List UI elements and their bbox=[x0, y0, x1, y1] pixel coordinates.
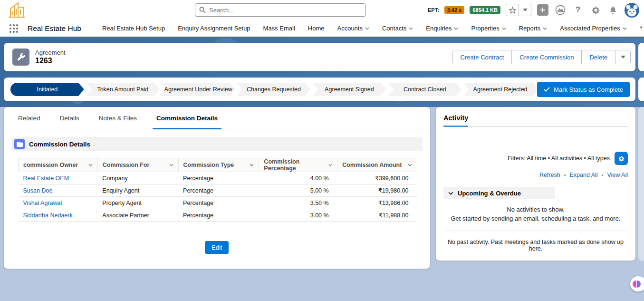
create-commission-button[interactable]: Create Commission bbox=[511, 50, 581, 64]
record-header-card: Agreement 1263 Create Contract Create Co… bbox=[4, 43, 635, 71]
cutoff-card-edge bbox=[638, 78, 644, 101]
path-stage-contract-closed[interactable]: Contract Closed bbox=[388, 83, 461, 96]
view-all-link[interactable]: View All bbox=[607, 172, 628, 178]
tab-notes-files[interactable]: Notes & Files bbox=[99, 107, 137, 129]
caret-down-icon bbox=[621, 56, 625, 58]
mark-status-complete-button[interactable]: Mark Status as Complete bbox=[537, 82, 630, 97]
path-stage-token-amount-paid[interactable]: Token Amount Paid bbox=[86, 83, 160, 96]
record-actions-group: Create Contract Create Commission Delete bbox=[452, 50, 631, 64]
commission-percentage-cell: 4.00 % bbox=[259, 172, 337, 184]
path-stage-agreement-signed[interactable]: Agreement Signed bbox=[312, 83, 386, 96]
nav-tab-associated-properties[interactable]: Associated Properties bbox=[560, 25, 626, 32]
table-row: Vishal Agrawal Property Agent Percentage… bbox=[19, 197, 417, 209]
commission-amount-cell: ₹399,600.00 bbox=[337, 172, 417, 184]
edit-button[interactable]: Edit bbox=[205, 241, 229, 254]
chevron-down-icon bbox=[523, 9, 528, 11]
nav-tab-more[interactable]: * More bbox=[640, 25, 644, 32]
question-mark-icon: ? bbox=[576, 5, 580, 15]
chevron-down-icon bbox=[448, 192, 453, 195]
commission-percentage-cell: 3.50 % bbox=[259, 197, 337, 209]
activity-title: Activity bbox=[443, 114, 468, 127]
column-header-commission-for[interactable]: Commission For bbox=[97, 158, 178, 172]
commission-type-cell: Percentage bbox=[178, 172, 259, 184]
create-contract-button[interactable]: Create Contract bbox=[453, 50, 512, 64]
user-avatar[interactable] bbox=[625, 3, 639, 18]
column-header-commission-type[interactable]: Commission Type bbox=[178, 158, 259, 172]
search-input[interactable] bbox=[209, 7, 362, 14]
folder-icon bbox=[14, 139, 25, 149]
check-icon bbox=[544, 87, 550, 92]
activity-filter-settings-button[interactable] bbox=[615, 152, 628, 165]
expand-all-link[interactable]: Expand All bbox=[570, 172, 598, 178]
path-stage-changes-requested[interactable]: Changes Requested bbox=[237, 83, 311, 96]
guidance-center-button[interactable] bbox=[554, 4, 567, 16]
no-past-activity-text: No past activity. Past meetings and task… bbox=[443, 239, 628, 252]
upcoming-overdue-section[interactable]: Upcoming & Overdue bbox=[443, 187, 555, 199]
path-stage-agreement-rejected[interactable]: Agreement Rejected bbox=[463, 83, 537, 96]
commission-type-cell: Percentage bbox=[178, 209, 259, 222]
nav-tab-contacts[interactable]: Contacts bbox=[382, 25, 413, 32]
owner-link[interactable]: Susan Doe bbox=[19, 184, 98, 197]
delete-button[interactable]: Delete bbox=[581, 50, 615, 64]
commission-amount-cell: ₹13,986.00 bbox=[337, 197, 417, 209]
dot-separator: • bbox=[602, 172, 604, 178]
tab-related[interactable]: Related bbox=[18, 107, 40, 129]
chevron-down-icon bbox=[408, 164, 412, 166]
path-stage-agreement-under-review[interactable]: Agreement Under Review bbox=[162, 83, 235, 96]
favorite-star-button[interactable] bbox=[506, 4, 519, 16]
setup-button[interactable] bbox=[589, 4, 602, 16]
column-header-commission-percentage[interactable]: Commission Percentage bbox=[259, 158, 337, 172]
chevron-down-icon bbox=[250, 164, 254, 166]
cutoff-card-edge bbox=[638, 43, 644, 71]
refresh-link[interactable]: Refresh bbox=[539, 172, 560, 178]
nav-tab-real-estate-hub-setup[interactable]: Real Estate Hub Setup bbox=[102, 25, 165, 32]
brain-icon bbox=[633, 281, 641, 288]
column-header-commission-owner[interactable]: commission Owner bbox=[19, 158, 98, 172]
table-row: Siddartha Nedaerk Associate Partner Perc… bbox=[19, 209, 417, 222]
global-search[interactable] bbox=[195, 3, 366, 17]
get-started-text: Get started by sending an email, schedul… bbox=[443, 215, 628, 222]
no-activities-text: No activities to show. bbox=[443, 206, 628, 213]
help-button[interactable]: ? bbox=[572, 4, 584, 16]
commission-for-cell: Enquiry Agent bbox=[97, 184, 178, 197]
ept-label: EPT: bbox=[428, 7, 439, 13]
nav-tab-enquiries[interactable]: Enquiries bbox=[426, 25, 458, 32]
nav-tab-mass-email[interactable]: Mass Email bbox=[263, 25, 295, 32]
favorites-control bbox=[506, 4, 531, 16]
bell-icon bbox=[608, 5, 618, 15]
table-row: Susan Doe Enquiry Agent Percentage 5.00 … bbox=[19, 184, 417, 197]
favorites-menu-button[interactable] bbox=[519, 4, 531, 16]
upcoming-overdue-title: Upcoming & Overdue bbox=[458, 190, 521, 197]
section-title: Commission Details bbox=[29, 141, 90, 148]
tab-details[interactable]: Details bbox=[60, 107, 79, 129]
chevron-down-icon bbox=[502, 27, 506, 30]
global-header: EPT: 3.42 s 6854.1 KB ? bbox=[0, 0, 644, 20]
path-stage-initiated[interactable]: Initiated bbox=[10, 83, 84, 96]
nav-tab-properties[interactable]: Properties bbox=[471, 25, 506, 32]
commission-table: commission Owner Commission For Commissi… bbox=[18, 158, 417, 222]
agreement-object-icon bbox=[12, 49, 29, 66]
search-icon bbox=[199, 7, 206, 13]
activity-card: Activity Filters: All time • All activit… bbox=[436, 107, 635, 261]
owner-link[interactable]: Vishal Agrawal bbox=[19, 197, 98, 209]
app-launcher-icon[interactable] bbox=[9, 23, 19, 34]
commission-type-cell: Percentage bbox=[178, 197, 259, 209]
nav-tab-home[interactable]: Home bbox=[308, 25, 325, 32]
tab-commission-details[interactable]: Commission Details bbox=[156, 107, 218, 129]
more-actions-button[interactable] bbox=[615, 50, 630, 64]
ai-assistant-button[interactable] bbox=[630, 276, 644, 291]
owner-link[interactable]: Siddartha Nedaerk bbox=[19, 209, 98, 222]
chevron-down-icon bbox=[454, 27, 458, 30]
chevron-down-icon bbox=[365, 27, 369, 30]
notifications-button[interactable] bbox=[607, 4, 619, 16]
nav-tab-enquiry-assignment-setup[interactable]: Enquiry Assignment Setup bbox=[178, 25, 250, 32]
nav-tab-accounts[interactable]: Accounts bbox=[337, 25, 369, 32]
nav-tab-reports[interactable]: Reports bbox=[519, 25, 548, 32]
column-header-commission-amount[interactable]: Commission Amount bbox=[337, 158, 417, 172]
quick-create-button[interactable] bbox=[537, 4, 549, 16]
owner-link[interactable]: Real Estate OEM bbox=[19, 172, 98, 184]
ept-size-badge: 6854.1 KB bbox=[470, 6, 500, 14]
chevron-down-icon bbox=[409, 27, 413, 30]
record-name: 1263 bbox=[35, 57, 66, 65]
commission-for-cell: Company bbox=[97, 172, 178, 184]
